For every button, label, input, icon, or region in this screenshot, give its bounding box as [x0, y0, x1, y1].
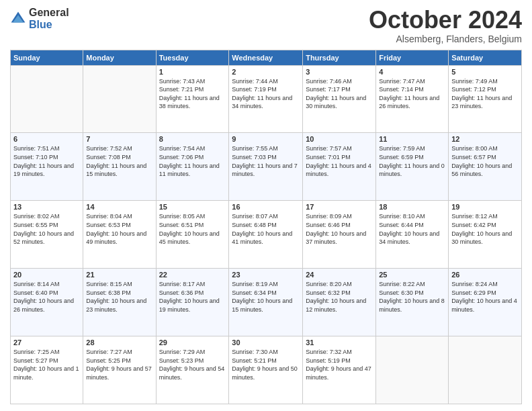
- day-info: Sunrise: 8:09 AMSunset: 6:46 PMDaylight:…: [306, 212, 373, 246]
- day-info: Sunrise: 8:10 AMSunset: 6:44 PMDaylight:…: [379, 212, 445, 246]
- day-cell: 7Sunrise: 7:52 AMSunset: 7:08 PMDaylight…: [83, 133, 156, 201]
- day-number: 22: [159, 271, 226, 279]
- day-cell: 20Sunrise: 8:14 AMSunset: 6:40 PMDayligh…: [11, 269, 83, 336]
- day-number: 25: [379, 271, 445, 279]
- day-cell: 4Sunrise: 7:47 AMSunset: 7:14 PMDaylight…: [376, 65, 449, 133]
- day-cell: 25Sunrise: 8:22 AMSunset: 6:30 PMDayligh…: [376, 269, 449, 336]
- day-number: 9: [232, 135, 300, 143]
- day-cell: [83, 65, 156, 133]
- col-monday: Monday: [83, 50, 156, 65]
- day-number: 18: [379, 203, 445, 211]
- month-title: October 2024: [369, 7, 522, 34]
- day-cell: 16Sunrise: 8:07 AMSunset: 6:48 PMDayligh…: [229, 201, 303, 269]
- calendar-table: Sunday Monday Tuesday Wednesday Thursday…: [10, 50, 522, 404]
- day-cell: 14Sunrise: 8:04 AMSunset: 6:53 PMDayligh…: [83, 201, 156, 269]
- day-info: Sunrise: 7:55 AMSunset: 7:03 PMDaylight:…: [232, 144, 300, 178]
- day-number: 10: [306, 135, 373, 143]
- day-info: Sunrise: 7:27 AMSunset: 5:25 PMDaylight:…: [86, 348, 152, 381]
- day-cell: 2Sunrise: 7:44 AMSunset: 7:19 PMDaylight…: [229, 65, 303, 133]
- day-cell: 18Sunrise: 8:10 AMSunset: 6:44 PMDayligh…: [376, 201, 449, 269]
- day-info: Sunrise: 7:29 AMSunset: 5:23 PMDaylight:…: [159, 348, 226, 381]
- day-cell: 1Sunrise: 7:43 AMSunset: 7:21 PMDaylight…: [156, 65, 229, 133]
- day-info: Sunrise: 8:12 AMSunset: 6:42 PMDaylight:…: [451, 212, 519, 246]
- day-info: Sunrise: 8:22 AMSunset: 6:30 PMDaylight:…: [379, 280, 445, 314]
- day-info: Sunrise: 8:04 AMSunset: 6:53 PMDaylight:…: [86, 212, 152, 246]
- page: General Blue October 2024 Alsemberg, Fla…: [0, 0, 532, 411]
- day-number: 2: [232, 68, 300, 76]
- col-sunday: Sunday: [11, 50, 83, 65]
- day-info: Sunrise: 8:00 AMSunset: 6:57 PMDaylight:…: [451, 144, 519, 178]
- day-info: Sunrise: 7:51 AMSunset: 7:10 PMDaylight:…: [13, 144, 80, 178]
- day-cell: 3Sunrise: 7:46 AMSunset: 7:17 PMDaylight…: [303, 65, 376, 133]
- day-info: Sunrise: 7:52 AMSunset: 7:08 PMDaylight:…: [86, 144, 152, 178]
- week-row-2: 6Sunrise: 7:51 AMSunset: 7:10 PMDaylight…: [11, 133, 522, 201]
- day-cell: [11, 65, 83, 133]
- day-number: 29: [159, 338, 226, 347]
- day-number: 6: [13, 135, 80, 143]
- day-number: 28: [86, 338, 152, 347]
- location: Alsemberg, Flanders, Belgium: [369, 34, 522, 44]
- day-info: Sunrise: 8:19 AMSunset: 6:34 PMDaylight:…: [232, 280, 300, 314]
- day-number: 4: [379, 68, 445, 76]
- day-info: Sunrise: 7:44 AMSunset: 7:19 PMDaylight:…: [232, 77, 300, 111]
- day-info: Sunrise: 7:49 AMSunset: 7:12 PMDaylight:…: [451, 77, 519, 111]
- day-cell: 22Sunrise: 8:17 AMSunset: 6:36 PMDayligh…: [156, 269, 229, 336]
- day-number: 11: [379, 135, 445, 143]
- day-cell: 23Sunrise: 8:19 AMSunset: 6:34 PMDayligh…: [229, 269, 303, 336]
- logo-blue: Blue: [29, 19, 52, 30]
- day-info: Sunrise: 8:07 AMSunset: 6:48 PMDaylight:…: [232, 212, 300, 246]
- day-info: Sunrise: 7:54 AMSunset: 7:06 PMDaylight:…: [159, 144, 226, 178]
- week-row-5: 27Sunrise: 7:25 AMSunset: 5:27 PMDayligh…: [11, 336, 522, 404]
- logo-text: General Blue: [29, 7, 69, 31]
- day-cell: 9Sunrise: 7:55 AMSunset: 7:03 PMDaylight…: [229, 133, 303, 201]
- day-info: Sunrise: 7:43 AMSunset: 7:21 PMDaylight:…: [159, 77, 226, 111]
- week-row-3: 13Sunrise: 8:02 AMSunset: 6:55 PMDayligh…: [11, 201, 522, 269]
- day-cell: 12Sunrise: 8:00 AMSunset: 6:57 PMDayligh…: [449, 133, 522, 201]
- day-cell: 6Sunrise: 7:51 AMSunset: 7:10 PMDaylight…: [11, 133, 83, 201]
- day-cell: 28Sunrise: 7:27 AMSunset: 5:25 PMDayligh…: [83, 336, 156, 404]
- day-cell: 26Sunrise: 8:24 AMSunset: 6:29 PMDayligh…: [449, 269, 522, 336]
- week-row-1: 1Sunrise: 7:43 AMSunset: 7:21 PMDaylight…: [11, 65, 522, 133]
- day-number: 8: [159, 135, 226, 143]
- col-saturday: Saturday: [449, 50, 522, 65]
- day-cell: [376, 336, 449, 404]
- day-number: 21: [86, 271, 152, 279]
- day-info: Sunrise: 8:20 AMSunset: 6:32 PMDaylight:…: [306, 280, 373, 314]
- logo: General Blue: [10, 7, 69, 31]
- day-cell: 29Sunrise: 7:29 AMSunset: 5:23 PMDayligh…: [156, 336, 229, 404]
- day-number: 1: [159, 68, 226, 76]
- day-number: 14: [86, 203, 152, 211]
- day-info: Sunrise: 8:24 AMSunset: 6:29 PMDaylight:…: [451, 280, 519, 314]
- day-number: 19: [451, 203, 519, 211]
- day-number: 15: [159, 203, 226, 211]
- logo-icon: [10, 11, 26, 27]
- day-info: Sunrise: 8:05 AMSunset: 6:51 PMDaylight:…: [159, 212, 226, 246]
- day-number: 23: [232, 271, 300, 279]
- day-info: Sunrise: 7:30 AMSunset: 5:21 PMDaylight:…: [232, 348, 300, 381]
- logo-general: General: [29, 7, 69, 18]
- day-cell: 27Sunrise: 7:25 AMSunset: 5:27 PMDayligh…: [11, 336, 83, 404]
- day-number: 3: [306, 68, 373, 76]
- day-number: 31: [306, 338, 373, 347]
- day-cell: 21Sunrise: 8:15 AMSunset: 6:38 PMDayligh…: [83, 269, 156, 336]
- day-info: Sunrise: 7:47 AMSunset: 7:14 PMDaylight:…: [379, 77, 445, 111]
- day-info: Sunrise: 7:57 AMSunset: 7:01 PMDaylight:…: [306, 144, 373, 178]
- day-cell: 11Sunrise: 7:59 AMSunset: 6:59 PMDayligh…: [376, 133, 449, 201]
- day-number: 27: [13, 338, 80, 347]
- day-info: Sunrise: 7:32 AMSunset: 5:19 PMDaylight:…: [306, 348, 373, 381]
- day-number: 5: [451, 68, 519, 76]
- day-number: 17: [306, 203, 373, 211]
- header: General Blue October 2024 Alsemberg, Fla…: [10, 7, 522, 44]
- day-number: 20: [13, 271, 80, 279]
- day-number: 26: [451, 271, 519, 279]
- day-cell: 17Sunrise: 8:09 AMSunset: 6:46 PMDayligh…: [303, 201, 376, 269]
- day-cell: 13Sunrise: 8:02 AMSunset: 6:55 PMDayligh…: [11, 201, 83, 269]
- title-section: October 2024 Alsemberg, Flanders, Belgiu…: [369, 7, 522, 44]
- day-cell: 8Sunrise: 7:54 AMSunset: 7:06 PMDaylight…: [156, 133, 229, 201]
- day-cell: 24Sunrise: 8:20 AMSunset: 6:32 PMDayligh…: [303, 269, 376, 336]
- day-info: Sunrise: 7:25 AMSunset: 5:27 PMDaylight:…: [13, 348, 80, 381]
- col-thursday: Thursday: [303, 50, 376, 65]
- day-number: 30: [232, 338, 300, 347]
- day-cell: [449, 336, 522, 404]
- col-wednesday: Wednesday: [229, 50, 303, 65]
